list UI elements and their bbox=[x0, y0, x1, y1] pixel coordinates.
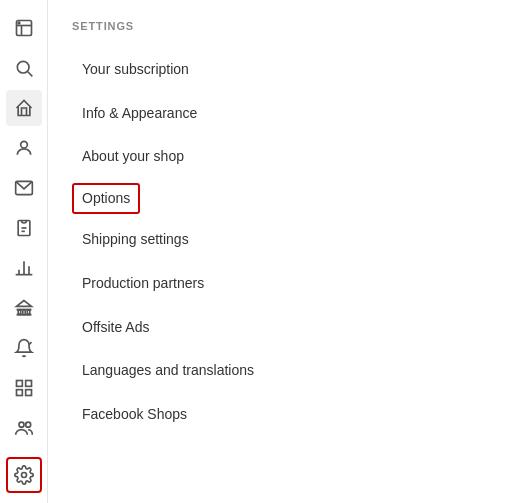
home-icon[interactable] bbox=[6, 90, 42, 126]
menu-item-production: Production partners bbox=[72, 262, 488, 306]
svg-rect-21 bbox=[25, 381, 31, 387]
mail-icon[interactable] bbox=[6, 170, 42, 206]
logo-icon[interactable] bbox=[6, 10, 42, 46]
menu-item-about-shop: About your shop bbox=[72, 135, 488, 179]
settings-icon[interactable] bbox=[6, 457, 42, 493]
search-icon[interactable] bbox=[6, 50, 42, 86]
svg-point-24 bbox=[19, 422, 24, 427]
offsite-ads-link[interactable]: Offsite Ads bbox=[72, 310, 488, 346]
person-icon[interactable] bbox=[6, 130, 42, 166]
app-container: SETTINGS Your subscription Info & Appear… bbox=[0, 0, 512, 503]
menu-item-info-appearance: Info & Appearance bbox=[72, 92, 488, 136]
menu-item-shipping: Shipping settings bbox=[72, 218, 488, 262]
svg-point-25 bbox=[25, 422, 30, 427]
svg-rect-23 bbox=[25, 390, 31, 396]
subscription-link[interactable]: Your subscription bbox=[72, 52, 488, 88]
svg-point-4 bbox=[17, 61, 29, 73]
team-icon[interactable] bbox=[6, 410, 42, 446]
menu-item-languages: Languages and translations bbox=[72, 349, 488, 393]
production-link[interactable]: Production partners bbox=[72, 266, 488, 302]
grid-icon[interactable] bbox=[6, 370, 42, 406]
about-shop-link[interactable]: About your shop bbox=[72, 139, 488, 175]
shipping-link[interactable]: Shipping settings bbox=[72, 222, 488, 258]
languages-link[interactable]: Languages and translations bbox=[72, 353, 488, 389]
bank-icon[interactable] bbox=[6, 290, 42, 326]
menu-item-subscription: Your subscription bbox=[72, 48, 488, 92]
svg-rect-20 bbox=[16, 381, 22, 387]
settings-panel: SETTINGS Your subscription Info & Appear… bbox=[48, 0, 512, 503]
menu-item-options: Options bbox=[72, 179, 488, 219]
options-link[interactable]: Options bbox=[72, 183, 140, 215]
icon-sidebar bbox=[0, 0, 48, 503]
svg-line-5 bbox=[27, 72, 32, 77]
settings-menu: Your subscription Info & Appearance Abou… bbox=[72, 48, 488, 436]
menu-item-facebook: Facebook Shops bbox=[72, 393, 488, 437]
svg-point-3 bbox=[18, 22, 20, 24]
facebook-link[interactable]: Facebook Shops bbox=[72, 397, 488, 433]
svg-point-26 bbox=[21, 473, 26, 478]
svg-point-6 bbox=[20, 141, 27, 148]
chart-icon[interactable] bbox=[6, 250, 42, 286]
menu-item-offsite-ads: Offsite Ads bbox=[72, 306, 488, 350]
settings-title: SETTINGS bbox=[72, 20, 488, 32]
svg-rect-22 bbox=[16, 390, 22, 396]
info-appearance-link[interactable]: Info & Appearance bbox=[72, 96, 488, 132]
clipboard-icon[interactable] bbox=[6, 210, 42, 246]
bell-icon[interactable] bbox=[6, 330, 42, 366]
